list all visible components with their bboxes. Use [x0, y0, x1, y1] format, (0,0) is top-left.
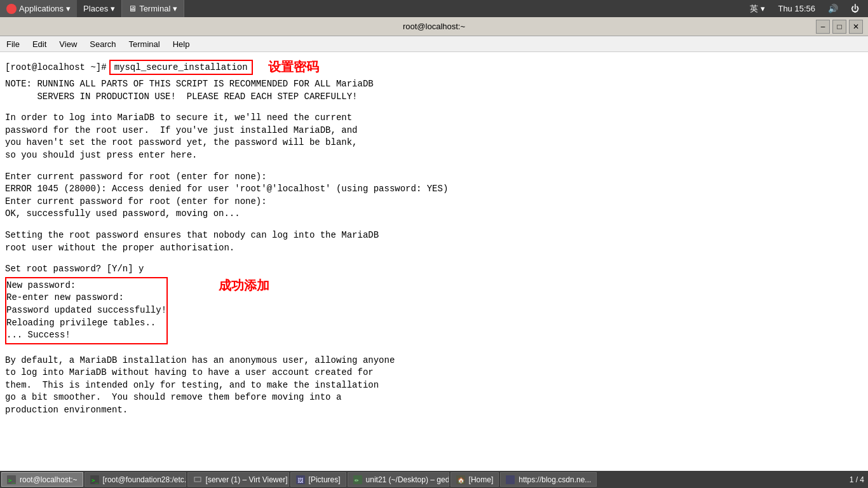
- taskbar-item-gedit[interactable]: ✏ unit21 (~/Desktop) – gedit: [348, 472, 449, 487]
- output-line-5: password for the root user. If you've ju…: [5, 125, 863, 137]
- power-button[interactable]: ⏻: [847, 0, 863, 17]
- menu-terminal[interactable]: Terminal: [123, 36, 166, 52]
- output-line-2: SERVERS IN PRODUCTION USE! PLEASE READ E…: [5, 91, 863, 104]
- password-box: New password: Re-enter new password: Pas…: [5, 277, 168, 344]
- places-label: Places: [83, 4, 108, 13]
- output-line-20: to log into MariaDB without having to ha…: [5, 367, 863, 379]
- minimize-button[interactable]: –: [816, 20, 830, 34]
- taskbar-item-browser[interactable]: https://blog.csdn.ne...: [500, 472, 597, 487]
- terminal-arrow: ▾: [173, 4, 177, 13]
- power-icon: ⏻: [851, 4, 859, 13]
- virt-taskbar-icon: [193, 475, 202, 484]
- applications-menu[interactable]: Applications ▾: [0, 0, 77, 17]
- system-bar-right: 英 ▾ Thu 15:56 🔊 ⏻: [746, 0, 868, 17]
- output-line-10: ERROR 1045 (28000): Access denied for us…: [5, 183, 863, 196]
- menu-help[interactable]: Help: [166, 36, 196, 52]
- output-line-9: Enter current password for root (enter f…: [5, 171, 863, 184]
- taskbar-right: 1 / 4: [850, 475, 867, 484]
- foundation-taskbar-icon: >_: [90, 475, 99, 484]
- terminal-icon: 🖥: [128, 4, 137, 13]
- terminal-menu-bar: File Edit View Search Terminal Help: [0, 36, 868, 52]
- terminal-window: root@localhost:~ – □ ✕ File Edit View Se…: [0, 17, 868, 471]
- output-line-17: Set root password? [Y/n] y: [5, 263, 863, 276]
- output-line-7: so you should just press enter here.: [5, 149, 863, 162]
- close-button[interactable]: ✕: [849, 20, 863, 34]
- taskbar-label-3: [Pictures]: [309, 475, 341, 484]
- language-indicator[interactable]: 英 ▾: [746, 0, 769, 17]
- browser-taskbar-icon: [506, 475, 515, 484]
- output-line-15: root user without the proper authorisati…: [5, 242, 863, 255]
- page-indicator: 1 / 4: [850, 475, 864, 484]
- output-line-12: OK, successfully used password, moving o…: [5, 208, 863, 220]
- taskbar-item-pictures[interactable]: 🖼 [Pictures]: [290, 472, 346, 487]
- taskbar-item-home[interactable]: 🏠 [Home]: [451, 472, 499, 487]
- datetime-label: Thu 15:56: [778, 4, 815, 13]
- pw-line-1: New password:: [6, 280, 166, 292]
- taskbar-label-4: unit21 (~/Desktop) – gedit: [366, 475, 449, 484]
- terminal-title: root@localhost:~: [403, 22, 465, 31]
- taskbar-label-1: [root@foundation28:/etc...: [103, 475, 186, 484]
- terminal-controls: – □ ✕: [816, 17, 863, 36]
- svg-text:>_: >_: [8, 477, 15, 484]
- annotation-success: 成功添加: [219, 277, 269, 294]
- language-arrow: ▾: [761, 4, 765, 13]
- output-line-8: [5, 162, 863, 171]
- terminal-title-bar: root@localhost:~ – □ ✕: [0, 17, 868, 36]
- home-taskbar-icon: 🏠: [456, 475, 465, 484]
- output-line-3: [5, 103, 863, 112]
- command-box: mysql_secure_installation: [109, 60, 253, 75]
- applications-label: Applications: [19, 4, 64, 13]
- svg-text:>_: >_: [92, 477, 98, 484]
- pw-line-2: Re-enter new password:: [6, 292, 166, 304]
- terminal-content[interactable]: [root@localhost ~]# mysql_secure_install…: [0, 52, 868, 471]
- maximize-button[interactable]: □: [832, 20, 846, 34]
- svg-text:✏: ✏: [355, 478, 359, 484]
- pictures-taskbar-icon: 🖼: [296, 475, 305, 484]
- applications-arrow: ▾: [66, 4, 71, 13]
- volume-icon: 🔊: [828, 4, 838, 13]
- pw-line-4: Reloading privilege tables..: [6, 317, 166, 330]
- menu-file[interactable]: File: [0, 36, 26, 52]
- volume-control[interactable]: 🔊: [824, 0, 842, 17]
- places-arrow: ▾: [111, 4, 115, 13]
- output-line-16: [5, 254, 863, 263]
- language-label: 英: [750, 3, 758, 15]
- output-line-21: them. This is intended only for testing,…: [5, 379, 863, 392]
- menu-edit[interactable]: Edit: [26, 36, 53, 52]
- pw-line-5: ... Success!: [6, 329, 166, 342]
- annotation-set-password: 设置密码: [268, 58, 319, 76]
- output-line-18: [5, 346, 863, 355]
- taskbar-label-2: [server (1) – Virt Viewer]: [206, 475, 288, 484]
- taskbar-item-foundation[interactable]: >_ [root@foundation28:/etc...: [85, 472, 186, 487]
- taskbar-label-5: [Home]: [469, 475, 494, 484]
- svg-rect-12: [506, 475, 515, 484]
- terminal-label: Terminal: [139, 4, 170, 13]
- terminal-menu[interactable]: 🖥 Terminal ▾: [121, 0, 184, 17]
- app-icon: [6, 4, 17, 14]
- output-line-4: In order to log into MariaDB to secure i…: [5, 112, 863, 125]
- output-line-13: [5, 220, 863, 229]
- system-bar-left: Applications ▾ Places ▾ 🖥 Terminal ▾: [0, 0, 184, 17]
- menu-view[interactable]: View: [53, 36, 83, 52]
- taskbar-label-browser: https://blog.csdn.ne...: [519, 475, 591, 484]
- menu-search[interactable]: Search: [83, 36, 122, 52]
- password-section: New password: Re-enter new password: Pas…: [5, 277, 863, 344]
- prompt-line: [root@localhost ~]# mysql_secure_install…: [5, 58, 863, 76]
- terminal-taskbar-icon: >_: [7, 475, 16, 484]
- datetime-display[interactable]: Thu 15:56: [774, 0, 819, 17]
- taskbar-item-terminal[interactable]: >_ root@localhost:~: [1, 472, 83, 487]
- taskbar-item-virt[interactable]: [server (1) – Virt Viewer]: [187, 472, 289, 487]
- taskbar-label-0: root@localhost:~: [20, 475, 78, 484]
- output-line-6: you haven't set the root password yet, t…: [5, 137, 863, 149]
- places-menu[interactable]: Places ▾: [77, 0, 121, 17]
- svg-text:🏠: 🏠: [458, 477, 465, 484]
- gedit-taskbar-icon: ✏: [353, 475, 362, 484]
- output-line-19: By default, a MariaDB installation has a…: [5, 355, 863, 367]
- taskbar: >_ root@localhost:~ >_ [root@foundation2…: [0, 471, 868, 488]
- output-line-14: Setting the root password ensures that n…: [5, 229, 863, 242]
- pw-line-3: Password updated successfully!: [6, 304, 166, 317]
- output-line-22: go a bit smoother. You should remove the…: [5, 391, 863, 404]
- output-line-23: production environment.: [5, 404, 863, 417]
- prompt-prefix: [root@localhost ~]#: [5, 62, 107, 72]
- system-bar: Applications ▾ Places ▾ 🖥 Terminal ▾ 英 ▾…: [0, 0, 868, 17]
